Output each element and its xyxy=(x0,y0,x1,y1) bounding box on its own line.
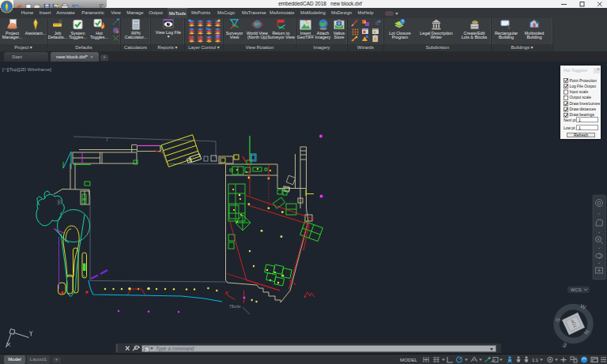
svg-text:HH: HH xyxy=(471,24,477,29)
svg-text:MODEL: MODEL xyxy=(400,357,418,362)
svg-text:WCS: WCS xyxy=(571,287,582,292)
svg-text:E: E xyxy=(561,341,567,349)
svg-text:TBurtle: TBurtle xyxy=(229,305,241,309)
svg-text:1:1: 1:1 xyxy=(532,358,538,362)
svg-text:?: ? xyxy=(402,20,404,24)
